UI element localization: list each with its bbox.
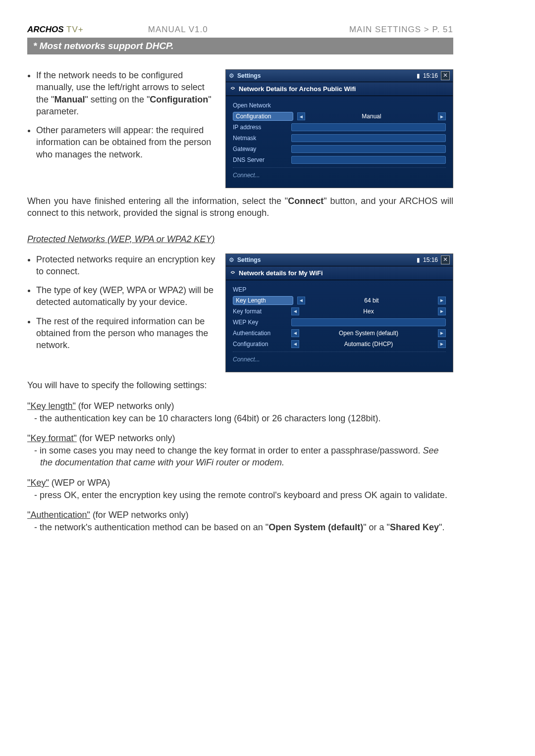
setting-definition-title: "Key" (WEP or WPA) [27,478,453,488]
panel-title: Settings [237,256,261,263]
setting-definition-line: - the network's authentication method ca… [34,521,453,533]
arrow-right-icon[interactable]: ► [438,329,446,337]
manual-config-section: If the network needs to be configured ma… [27,69,453,188]
setting-label: Netmask [233,135,287,142]
arrow-left-icon[interactable]: ◄ [297,112,305,120]
clock: 15:16 [423,256,438,263]
panel-title: Settings [237,72,261,79]
setting-row[interactable]: Gateway [233,144,446,154]
arrow-right-icon[interactable]: ► [438,340,446,348]
doc-header: ARCHOS TV+ MANUAL V1.0 MAIN SETTINGS > P… [27,25,453,35]
bullet: The type of key (WEP, WPA or WPA2) will … [36,284,215,308]
bullet: Protected networks require an encryption… [36,253,215,278]
settings-panel-my-wifi: ⚙Settings▮15:16✕⌔Network details for My … [225,253,453,372]
text-input[interactable] [291,318,446,326]
value-spinner[interactable]: ◄Open System (default)► [291,329,446,337]
value-spinner[interactable]: ◄64 bit► [297,297,446,304]
arrow-right-icon[interactable]: ► [438,307,446,315]
protected-networks-heading: Protected Networks (WEP, WPA or WPA2 KEY… [27,234,453,245]
brand-suffix: TV+ [64,25,84,34]
protected-networks-section: Protected networks require an encryption… [27,253,453,372]
arrow-right-icon[interactable]: ► [438,297,446,304]
bullet: Other parameters will appear: the requir… [36,124,215,160]
breadcrumb: MAIN SETTINGS > P. 51 [349,25,453,35]
value-spinner[interactable]: ◄Manual► [297,112,446,120]
setting-definition-line: - in some cases you may need to change t… [34,445,453,469]
panel-titlebar: ⚙Settings▮15:16✕ [226,70,453,82]
setting-label: Authentication [233,330,287,337]
setting-definition: "Key length" (for WEP networks only)- th… [27,401,453,424]
text-input[interactable] [291,134,446,142]
value-spinner[interactable]: ◄Hex► [291,307,446,315]
header-left: ARCHOS TV+ [27,25,84,35]
arrow-left-icon[interactable]: ◄ [291,307,299,315]
setting-definition-line: - press OK, enter the encryption key usi… [34,489,453,501]
close-icon[interactable]: ✕ [441,71,450,80]
bullet: The rest of the required information can… [36,315,215,352]
spinner-value: Hex [302,308,435,315]
setting-row[interactable]: Configuration◄Manual► [233,111,446,122]
panel-subtitle: ⌔Network details for My WiFi [226,266,453,280]
settings-panel-open-network: ⚙Settings▮15:16✕⌔Network Details for Arc… [225,69,453,188]
battery-icon: ▮ [417,256,420,263]
arrow-left-icon[interactable]: ◄ [297,297,305,304]
setting-label: Key Length [233,296,293,305]
setting-label: DNS Server [233,156,287,163]
setting-definition-title: "Key length" (for WEP networks only) [27,401,453,411]
wifi-icon: ⌔ [231,85,235,93]
setting-label: WEP Key [233,319,287,326]
connect-button[interactable]: Connect... [233,167,446,181]
spec-intro: You will have to specify the following s… [27,379,453,391]
setting-row[interactable]: IP address [233,122,446,133]
setting-row[interactable]: Open Network [233,100,446,111]
spinner-value: 64 bit [308,297,435,304]
dhcp-note-bar: * Most networks support DHCP. [27,38,453,54]
value-spinner[interactable]: ◄Automatic (DHCP)► [291,340,446,348]
setting-row[interactable]: Authentication◄Open System (default)► [233,328,446,339]
setting-label: Configuration [233,112,293,121]
panel-body: WEPKey Length◄64 bit►Key format◄Hex►WEP … [226,280,453,372]
spinner-value: Automatic (DHCP) [302,341,435,348]
setting-definition-title: "Key format" (for WEP networks only) [27,433,453,444]
text-input[interactable] [291,156,446,164]
arrow-left-icon[interactable]: ◄ [291,329,299,337]
setting-row[interactable]: WEP [233,284,446,295]
arrow-right-icon[interactable]: ► [438,112,446,120]
setting-label: Gateway [233,146,287,152]
setting-row[interactable]: DNS Server [233,154,446,165]
panel-subtitle: ⌔Network Details for Archos Public Wifi [226,82,453,96]
spinner-value: Open System (default) [302,330,435,337]
setting-row[interactable]: Key Length◄64 bit► [233,295,446,306]
protected-networks-text: Protected networks require an encryption… [27,253,215,358]
text-input[interactable] [291,123,446,131]
close-icon[interactable]: ✕ [441,255,450,264]
setting-definition: "Key" (WEP or WPA)- press OK, enter the … [27,478,453,501]
gear-icon: ⚙ [229,72,234,79]
setting-definition-title: "Authentication" (for WEP networks only) [27,510,453,520]
setting-definition-line: - the authentication key can be 10 chara… [34,412,453,424]
panel-body: Open NetworkConfiguration◄Manual►IP addr… [226,96,453,188]
setting-definition: "Authentication" (for WEP networks only)… [27,510,453,533]
battery-icon: ▮ [417,72,420,79]
arrow-left-icon[interactable]: ◄ [291,340,299,348]
spinner-value: Manual [308,113,435,120]
gear-icon: ⚙ [229,256,234,263]
setting-label: Open Network [233,102,287,109]
panel-titlebar: ⚙Settings▮15:16✕ [226,254,453,266]
brand-logo: ARCHOS [27,25,64,34]
setting-row[interactable]: WEP Key [233,317,446,328]
manual-config-text: If the network needs to be configured ma… [27,69,215,167]
setting-label: Key format [233,308,287,315]
setting-row[interactable]: Key format◄Hex► [233,306,446,317]
setting-definition: "Key format" (for WEP networks only)- in… [27,433,453,469]
connect-paragraph: When you have finished entering all the … [27,195,453,219]
wifi-icon: ⌔ [231,269,235,277]
setting-row[interactable]: Netmask [233,133,446,144]
clock: 15:16 [423,72,438,79]
setting-label: IP address [233,124,287,131]
setting-label: WEP [233,286,287,293]
setting-row[interactable]: Configuration◄Automatic (DHCP)► [233,339,446,350]
connect-button[interactable]: Connect... [233,352,446,365]
text-input[interactable] [291,145,446,153]
bullet: If the network needs to be configured ma… [36,69,215,117]
